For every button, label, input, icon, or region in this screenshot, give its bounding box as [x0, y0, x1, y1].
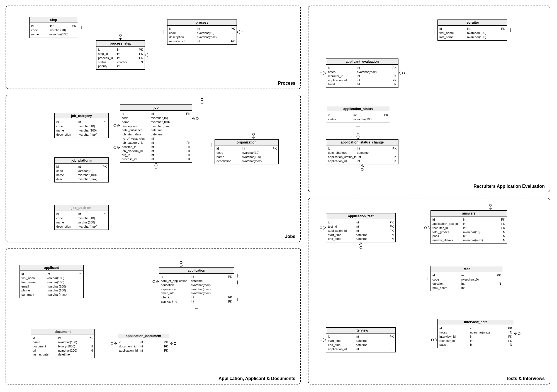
column-row: educationnvarchar(max)	[161, 283, 232, 287]
col-type: varchar(10)	[78, 169, 98, 173]
col-type: int	[78, 212, 98, 216]
col-name: status	[98, 60, 116, 64]
col-type: bit	[357, 82, 385, 86]
col-name: name	[122, 120, 150, 124]
col-type: int	[463, 222, 493, 226]
col-type: int	[356, 225, 383, 229]
col-key	[267, 155, 277, 159]
entity-job_category: job_categoryidintPKcodenvarchar(10)namen…	[54, 113, 109, 138]
column-row: idintPK	[119, 340, 168, 344]
col-type: int	[197, 39, 224, 43]
entity-title: application_status_change	[326, 140, 398, 145]
col-type: nvarchar(max)	[197, 35, 224, 39]
group-label: Recruiters Application Evaluation	[474, 184, 545, 189]
group-label: Process	[278, 81, 295, 86]
col-name: id	[56, 165, 77, 169]
col-name: phone	[21, 288, 46, 293]
col-name: status	[328, 117, 352, 121]
entity-title: answers	[431, 211, 507, 216]
col-name: recruiter_id	[432, 226, 462, 230]
col-key: PK	[99, 165, 107, 169]
col-type: int	[78, 120, 98, 124]
column-row: other_infonvarchar(max)	[161, 291, 232, 295]
col-name: application_id	[119, 349, 138, 353]
column-row: last_namevarchar(100)	[21, 280, 82, 284]
entity-organization: organizationidintPKcodenvarchar(10)namen…	[215, 139, 279, 164]
entity-title: job	[120, 105, 192, 111]
col-name: code	[56, 169, 77, 173]
col-type: int	[117, 48, 135, 52]
col-type: int	[358, 155, 385, 159]
col-name: code	[56, 124, 77, 128]
entity-title: recruiter	[438, 20, 507, 26]
entity-job_position: job_positionidintPKcodenvarchar(10)namev…	[54, 205, 109, 230]
col-key	[99, 177, 107, 181]
column-row: summarynvarchar(max)	[21, 293, 82, 297]
col-type: nvarchar(100)	[47, 284, 71, 289]
column-row: idintPK	[328, 335, 394, 339]
col-name: recruiter_id	[439, 339, 469, 343]
entity-job: jobidintPKcodenvarchar(10)namenvarchar(1…	[120, 104, 192, 163]
column-row: namenvarchar(100)	[217, 155, 277, 159]
col-type: int	[357, 147, 385, 151]
col-type: int	[463, 226, 493, 230]
col-name: id	[328, 335, 355, 339]
col-name: last_name	[439, 35, 466, 39]
column-row: codenvarchar(10)	[122, 116, 190, 120]
entity-application_status: application_statusidintPKstatusnvarchar(…	[326, 106, 390, 123]
col-type: varchar	[117, 60, 135, 64]
col-type: int	[357, 66, 385, 70]
group-label: Jobs	[285, 234, 295, 239]
column-row: namenvarchar(100)	[33, 340, 93, 344]
col-key: PK	[383, 335, 394, 339]
col-type: nvarchar(max)	[47, 293, 71, 297]
col-name: education	[161, 283, 190, 287]
entity-title: step	[30, 17, 78, 23]
entity-interview_note: interview_noteidintPKnotesnvarchar(max)N…	[437, 319, 514, 348]
col-key	[136, 64, 143, 68]
col-key: FK	[386, 78, 397, 82]
col-name: position_id	[122, 145, 150, 149]
col-type: nvarchar(max)	[78, 225, 98, 229]
col-key: PK	[386, 66, 397, 70]
col-type: nvarchar(10)	[78, 124, 98, 128]
col-type: nvarchar(100)	[47, 288, 71, 293]
col-key: N	[383, 237, 394, 241]
col-key: PK	[494, 218, 505, 222]
col-name: total_grades	[432, 230, 462, 234]
column-row: date_of_applicationdatetime	[161, 279, 232, 283]
col-type: int	[467, 27, 494, 31]
col-key	[180, 132, 190, 137]
col-type: nvarchar(10)	[461, 277, 489, 282]
col-key	[99, 169, 107, 173]
column-row: answer_detailsnvarchar(max)N	[432, 238, 505, 242]
column-row: descriptionnvarchar(max)	[217, 159, 277, 163]
column-row: descriptionnvarchar(max)	[169, 35, 235, 39]
col-type: int	[50, 24, 68, 28]
column-row: idintPK	[439, 326, 512, 330]
col-name: start_time	[328, 233, 355, 237]
entity-title: applicant	[20, 265, 83, 271]
col-name: summary	[21, 293, 46, 297]
col-key: PK	[83, 336, 93, 340]
col-type: int	[461, 282, 489, 286]
col-key: N	[136, 60, 143, 64]
col-type: int	[356, 220, 383, 225]
col-type: int	[242, 147, 266, 151]
col-type: datetime	[191, 279, 220, 283]
entity-recruiter: recruiteridintPKfirst_namenvarchar(100)l…	[437, 20, 507, 41]
col-key: FK	[160, 344, 168, 349]
column-row: application_status_idintFK	[328, 155, 397, 159]
col-type: int	[356, 335, 383, 339]
column-row: idintPK	[432, 273, 501, 277]
col-type: int	[151, 153, 179, 157]
col-name: description	[217, 159, 241, 163]
col-name: code	[432, 277, 460, 282]
col-type: nvarchar(max)	[470, 330, 500, 335]
col-key	[72, 276, 82, 280]
col-name: recruiter_id	[328, 74, 356, 78]
column-row: emailnvarchar(100)	[21, 284, 82, 289]
column-row: step_idintFK	[98, 52, 143, 56]
col-name: first_name	[439, 31, 466, 35]
column-row: descriptionnvarchar(max)	[122, 124, 190, 128]
